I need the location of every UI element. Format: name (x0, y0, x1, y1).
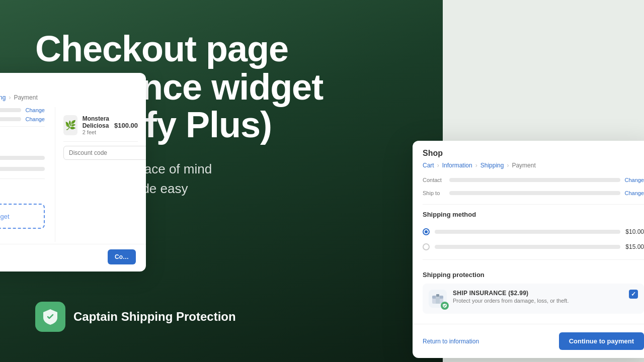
insurance-name: SHIP INSURANCE ($2.99) (453, 290, 623, 297)
product-size: 2 feet (83, 129, 109, 135)
back-window-right: 🌿 Monstera Deliciosa 2 feet $100.00 Appl… (55, 107, 146, 242)
sep3: › (9, 94, 11, 101)
front-crumb-cart[interactable]: Cart (423, 162, 434, 169)
shield-logo-icon (41, 308, 59, 326)
back-breadcrumb: Cart › Information › Shipping › Payment (0, 94, 136, 101)
product-row: 🌿 Monstera Deliciosa 2 feet $100.00 (63, 115, 138, 135)
ship-to-row: Ship to Change (0, 116, 45, 122)
brand-icon (35, 302, 65, 332)
front-ship-to-bar (449, 191, 620, 195)
front-option2-price: $15.00 (625, 243, 644, 250)
back-continue-button[interactable]: Co… (108, 249, 136, 264)
back-protection-title: Shipping protection (0, 183, 45, 199)
front-window-header: Shop Cart › Information › Shipping › Pay… (413, 141, 644, 169)
svg-rect-2 (436, 296, 440, 304)
front-radio-option2[interactable] (423, 243, 430, 250)
back-shipping-option2 (0, 163, 45, 174)
brand: Captain Shipping Protection (35, 302, 408, 332)
front-protection-section: Shipping protection (413, 265, 644, 320)
contact-change[interactable]: Change (25, 107, 45, 113)
front-sep1: › (437, 162, 439, 169)
right-panel: Shop Cart › Information › Shipping › Pay… (443, 0, 644, 362)
front-sep3: › (507, 162, 509, 169)
front-option1-price: $10.00 (625, 228, 644, 235)
option1-bar (0, 156, 45, 160)
front-option1-bar (435, 230, 620, 234)
front-ship-to-row: Ship to Change (413, 188, 644, 201)
left-panel: Checkout page insurance widget (Shopify … (0, 0, 443, 362)
front-shipping-title: Shipping method (413, 205, 644, 218)
svg-rect-3 (436, 294, 439, 297)
checkout-window-front: Shop Cart › Information › Shipping › Pay… (413, 141, 644, 358)
back-shipping-option1 (0, 152, 45, 163)
option2-bar (0, 167, 45, 171)
front-shipping-option2: $15.00 (413, 239, 644, 254)
crumb-payment: Payment (14, 94, 37, 101)
front-crumb-shipping: Shipping (480, 162, 504, 169)
product-info: Monstera Deliciosa 2 feet (83, 115, 109, 135)
front-crumb-payment: Payment (512, 162, 535, 169)
contact-bar (0, 108, 21, 112)
front-contact-label: Contact (423, 177, 445, 183)
insurance-widget-label: Insurance widget (0, 213, 10, 220)
shield-check-icon (442, 303, 447, 308)
front-shipping-option1: $10.00 (413, 224, 644, 239)
crumb-shipping: Shipping (0, 94, 6, 101)
front-shop-name: Shop (423, 149, 644, 158)
insurance-checkbox[interactable] (629, 290, 638, 299)
front-continue-button[interactable]: Continue to payment (559, 332, 644, 350)
contact-row: Contact Change (0, 107, 45, 113)
insurance-widget: SHIP INSURANCE ($2.99) Protect your orde… (423, 284, 644, 314)
front-breadcrumb: Cart › Information › Shipping › Payment (423, 162, 644, 169)
front-radio-option1[interactable] (423, 228, 430, 235)
front-return-link[interactable]: Return to information (423, 338, 479, 345)
discount-row: Apply (63, 146, 138, 160)
front-sep2: › (475, 162, 477, 169)
insurance-icon-wrapper (429, 290, 447, 308)
front-contact-row: Contact Change (413, 175, 644, 185)
back-shipping-title: Shipping method (0, 131, 45, 146)
ship-to-bar (0, 117, 21, 121)
front-protection-title: Shipping protection (423, 271, 644, 279)
back-window-left: Contact Change Ship to Change Shipping m… (0, 107, 55, 242)
product-name: Monstera Deliciosa (83, 115, 109, 129)
back-window-header: Shop Cart › Information › Shipping › Pay… (0, 73, 146, 101)
front-ship-to-label: Ship to (423, 190, 445, 196)
discount-input[interactable] (63, 146, 146, 160)
checkout-window-back: Shop Cart › Information › Shipping › Pay… (0, 73, 146, 272)
front-crumb-information[interactable]: Information (442, 162, 472, 169)
insurance-widget-placeholder: Insurance widget (0, 204, 45, 229)
insurance-desc: Protect your orders from damage, loss, o… (453, 298, 623, 304)
ship-to-change[interactable]: Change (25, 116, 45, 122)
insurance-details: SHIP INSURANCE ($2.99) Protect your orde… (453, 290, 623, 304)
front-ship-to-change[interactable]: Change (624, 190, 644, 196)
product-price: $100.00 (114, 122, 138, 129)
front-contact-bar (449, 178, 620, 182)
shield-badge (441, 302, 449, 310)
front-option2-bar (435, 245, 620, 249)
front-contact-change[interactable]: Change (624, 177, 644, 183)
back-shop-name: Shop (0, 81, 136, 90)
front-footer: Return to information Continue to paymen… (413, 324, 644, 358)
brand-name: Captain Shipping Protection (73, 310, 236, 324)
product-thumbnail: 🌿 (63, 115, 77, 135)
